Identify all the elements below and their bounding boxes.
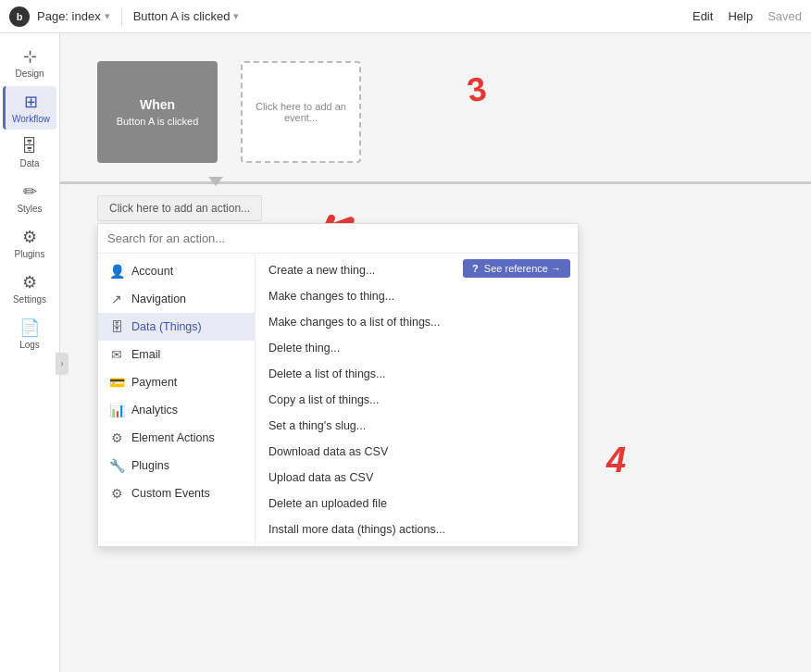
logs-icon: 📄	[19, 317, 40, 338]
sidebar-label-settings: Settings	[13, 294, 46, 305]
page-chevron-icon: ▾	[105, 10, 110, 22]
action-label-set-slug: Set a thing's slug...	[268, 419, 366, 432]
see-reference-button[interactable]: ? See reference →	[463, 259, 570, 278]
category-item-navigation[interactable]: ↗ Navigation	[98, 285, 255, 313]
action-item-make-changes[interactable]: Make changes to thing...	[256, 283, 578, 309]
edit-button[interactable]: Edit	[692, 9, 713, 23]
category-label-payment: Payment	[131, 376, 177, 389]
workflow-selector[interactable]: Button A is clicked ▾	[133, 9, 240, 23]
sidebar-item-logs[interactable]: 📄 Logs	[3, 312, 56, 355]
payment-icon: 💳	[109, 375, 124, 390]
sidebar-item-styles[interactable]: ✏ Styles	[3, 176, 56, 219]
navigation-icon: ↗	[109, 292, 124, 306]
account-icon: 👤	[109, 264, 124, 279]
page-selector[interactable]: Page: index ▾	[37, 9, 110, 23]
annotation-4: 4	[606, 441, 626, 480]
add-action-label: Click here to add an action...	[109, 202, 250, 215]
action-item-delete-file[interactable]: Delete an uploaded file	[256, 491, 578, 516]
category-label-plugins: Plugins	[131, 459, 169, 472]
top-bar-divider	[121, 7, 122, 26]
when-sub: Button A is clicked	[117, 116, 199, 127]
action-item-make-changes-list[interactable]: Make changes to a list of things...	[256, 309, 578, 335]
main-canvas-area: When Button A is clicked Click here to a…	[60, 33, 811, 672]
data-icon: 🗄	[21, 137, 38, 156]
sidebar-item-settings[interactable]: ⚙ Settings	[3, 267, 56, 310]
category-label-email: Email	[131, 348, 160, 361]
sidebar-item-design[interactable]: ⊹ Design	[3, 41, 56, 84]
action-label-copy-list: Copy a list of things...	[268, 393, 380, 406]
element-actions-icon: ⚙	[109, 430, 124, 445]
action-item-delete-thing[interactable]: Delete thing...	[256, 335, 578, 361]
add-action-button[interactable]: Click here to add an action...	[97, 195, 262, 221]
when-block: When Button A is clicked	[97, 61, 218, 163]
sidebar-label-styles: Styles	[17, 204, 42, 214]
annotation-3: 3	[465, 69, 490, 111]
sidebar-label-workflow: Workflow	[12, 114, 50, 124]
settings-icon: ⚙	[22, 272, 37, 292]
action-label-download-csv: Download data as CSV	[268, 445, 388, 458]
plugins-dropdown-icon: 🔧	[109, 458, 124, 473]
help-button[interactable]: Help	[728, 9, 753, 23]
category-item-plugins[interactable]: 🔧 Plugins	[98, 452, 255, 479]
search-input[interactable]	[107, 231, 568, 245]
action-label-make-changes-list: Make changes to a list of things...	[268, 316, 441, 329]
divider-triangle-icon	[208, 177, 223, 186]
top-bar: b Page: index ▾ Button A is clicked ▾ Ed…	[0, 0, 811, 33]
sidebar-item-workflow[interactable]: ⊞ Workflow	[3, 86, 56, 130]
action-item-delete-list[interactable]: Delete a list of things...	[256, 361, 578, 387]
sidebar-label-data: Data	[19, 158, 39, 168]
add-event-label: Click here to add an event...	[243, 93, 359, 131]
category-list: 👤 Account ↗ Navigation 🗄 Data (Things) ✉…	[98, 254, 256, 546]
action-item-install-more[interactable]: Install more data (things) actions...	[256, 516, 578, 542]
action-item-upload-csv[interactable]: Upload data as CSV	[256, 465, 578, 491]
dropdown-search-area	[98, 224, 578, 254]
action-label-delete-list: Delete a list of things...	[268, 367, 385, 380]
sidebar-item-data[interactable]: 🗄 Data	[3, 131, 56, 174]
plugins-icon: ⚙	[22, 227, 37, 247]
category-item-custom-events[interactable]: ⚙ Custom Events	[98, 479, 255, 507]
category-item-data-things[interactable]: 🗄 Data (Things)	[98, 313, 255, 341]
top-bar-actions: Edit Help Saved	[692, 9, 802, 23]
action-label-upload-csv: Upload data as CSV	[268, 471, 373, 484]
data-things-icon: 🗄	[109, 319, 124, 334]
action-label-create-thing: Create a new thing...	[268, 264, 375, 277]
category-label-element-actions: Element Actions	[131, 431, 215, 444]
canvas-divider	[60, 181, 811, 184]
workflow-label: Button A is clicked	[133, 9, 231, 23]
action-label-make-changes: Make changes to thing...	[268, 290, 394, 303]
category-item-analytics[interactable]: 📊 Analytics	[98, 396, 255, 424]
action-label-install-more: Install more data (things) actions...	[268, 523, 445, 536]
category-item-payment[interactable]: 💳 Payment	[98, 368, 255, 396]
see-reference-label: See reference →	[484, 263, 561, 274]
see-reference-question-icon: ?	[472, 263, 479, 274]
category-item-email[interactable]: ✉ Email	[98, 341, 255, 368]
email-icon: ✉	[109, 347, 124, 362]
category-label-account: Account	[131, 265, 173, 278]
action-label-delete-thing: Delete thing...	[268, 342, 340, 355]
sidebar: ⊹ Design ⊞ Workflow 🗄 Data ✏ Styles ⚙ Pl…	[0, 33, 60, 672]
sidebar-label-logs: Logs	[19, 340, 40, 350]
category-label-custom-events: Custom Events	[131, 487, 210, 500]
styles-icon: ✏	[23, 181, 37, 202]
category-item-element-actions[interactable]: ⚙ Element Actions	[98, 424, 255, 452]
category-item-account[interactable]: 👤 Account	[98, 257, 255, 285]
sidebar-collapse-button[interactable]: ›	[56, 353, 69, 375]
page-label: Page: index	[37, 9, 101, 23]
action-item-download-csv[interactable]: Download data as CSV	[256, 439, 578, 465]
action-dropdown: 👤 Account ↗ Navigation 🗄 Data (Things) ✉…	[97, 223, 579, 547]
design-icon: ⊹	[23, 46, 37, 67]
category-label-navigation: Navigation	[131, 292, 186, 305]
workflow-chevron-icon: ▾	[233, 10, 239, 22]
custom-events-icon: ⚙	[109, 486, 124, 501]
saved-status: Saved	[767, 9, 802, 23]
sidebar-item-plugins[interactable]: ⚙ Plugins	[3, 221, 56, 265]
category-label-analytics: Analytics	[131, 404, 178, 417]
analytics-icon: 📊	[109, 403, 124, 417]
dropdown-body: 👤 Account ↗ Navigation 🗄 Data (Things) ✉…	[98, 254, 578, 546]
category-label-data-things: Data (Things)	[131, 320, 202, 333]
app-logo: b	[9, 6, 30, 27]
sidebar-label-plugins: Plugins	[15, 249, 45, 259]
action-item-copy-list[interactable]: Copy a list of things...	[256, 387, 578, 413]
action-item-set-slug[interactable]: Set a thing's slug...	[256, 413, 578, 439]
add-event-box[interactable]: Click here to add an event...	[241, 61, 361, 163]
